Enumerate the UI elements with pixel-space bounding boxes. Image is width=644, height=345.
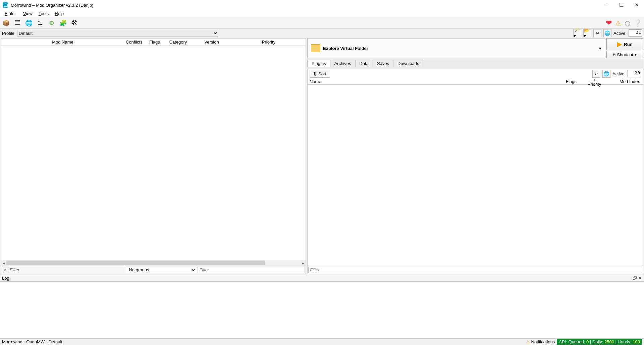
active-mods-count: 31: [629, 29, 642, 37]
profile-label: Profile: [2, 31, 14, 36]
shortcut-button[interactable]: ⎘ Shortcut ▾: [606, 51, 643, 58]
col-plugin-name[interactable]: Name: [308, 79, 566, 84]
col-mod-name[interactable]: Mod Name: [1, 39, 124, 45]
mod-list-panel: Mod Name Conflicts Flags Category Versio…: [1, 38, 306, 274]
log-title: Log: [2, 276, 9, 281]
menu-view[interactable]: View: [20, 10, 35, 17]
folder-icon: [311, 44, 320, 52]
tab-plugins[interactable]: Plugins: [307, 60, 330, 67]
sort-plugins-button[interactable]: ⇅ Sort: [310, 70, 330, 78]
executables-icon[interactable]: 🧩: [59, 19, 67, 27]
menu-file[interactable]: File: [2, 10, 20, 17]
configure-profiles-button[interactable]: 🪄▾: [573, 29, 581, 37]
col-priority[interactable]: Priority: [232, 39, 306, 45]
nexus-icon[interactable]: 🌐: [25, 19, 33, 27]
app-icon: [3, 2, 8, 8]
log-detach-button[interactable]: 🗗: [633, 276, 637, 281]
filter-groups-select[interactable]: No groups: [126, 267, 196, 273]
maximize-button[interactable]: ☐: [616, 0, 626, 10]
mod-filter-row: » Filter No groups: [1, 266, 306, 274]
mod-filter-input[interactable]: [198, 267, 305, 273]
tab-archives[interactable]: Archives: [330, 60, 356, 67]
col-conflicts[interactable]: Conflicts: [124, 39, 148, 45]
profile-row: Profile Default 🪄▾ 📂▾ ↩ 🌐 Active: 31: [0, 29, 644, 38]
log-body[interactable]: [0, 282, 644, 338]
update-icon[interactable]: ◍: [625, 19, 630, 27]
profile-select[interactable]: Default: [17, 30, 218, 37]
plugin-panel: ⇅ Sort ↩ 🌐 Active: 20 Name Flags ▵Priori…: [307, 69, 643, 274]
tools-icon[interactable]: 🛠: [70, 19, 78, 27]
mod-list-header: Mod Name Conflicts Flags Category Versio…: [1, 39, 306, 46]
status-left: Morrowind - OpenMW - Default: [2, 339, 62, 344]
col-category[interactable]: Category: [165, 39, 192, 45]
active-plugins-count: 20: [628, 70, 641, 77]
warnings-icon[interactable]: ⚠: [615, 19, 621, 27]
restore-backup-button[interactable]: ↩: [593, 29, 601, 37]
run-area: Explore Virtual Folder ▾ ▶Run ⎘ Shortcut…: [307, 38, 643, 58]
install-mod-icon[interactable]: 📦: [2, 19, 10, 27]
create-backup-button[interactable]: 🌐: [603, 29, 611, 37]
run-button[interactable]: ▶Run: [606, 38, 643, 50]
menu-tools[interactable]: Tools: [36, 10, 51, 17]
toolbar: 📦 🗔 🌐 🗂 ⚙ 🧩 🛠 ❤ ⚠ ◍ ❔: [0, 17, 644, 29]
browse-icon[interactable]: 🗔: [13, 19, 21, 27]
col-plugin-flags[interactable]: Flags: [566, 79, 583, 84]
col-version[interactable]: Version: [192, 39, 232, 45]
log-close-button[interactable]: ✕: [638, 276, 642, 281]
menu-help[interactable]: Help: [52, 10, 66, 17]
endorse-icon[interactable]: ❤: [606, 19, 612, 27]
tab-downloads[interactable]: Downloads: [393, 60, 423, 67]
tab-saves[interactable]: Saves: [373, 60, 393, 67]
plugin-filter-input[interactable]: [308, 267, 642, 273]
statusbar: Morrowind - OpenMW - Default ⚠Notificati…: [0, 338, 644, 345]
open-folder-button[interactable]: 📂▾: [583, 29, 591, 37]
col-plugin-modindex[interactable]: Mod Index: [606, 79, 643, 84]
window-title: Morrowind – Mod Organizer v2.3.2 (Danjb): [11, 3, 601, 8]
settings-gear-icon[interactable]: ⚙: [48, 19, 56, 27]
api-status: API: Queued: 0 | Daily: 2500 | Hourly: 1…: [557, 339, 642, 345]
minimize-button[interactable]: ─: [601, 0, 610, 10]
mod-list[interactable]: [1, 46, 306, 260]
active-plugins-label: Active:: [612, 71, 626, 76]
plugin-list[interactable]: [308, 85, 643, 266]
refresh-icon[interactable]: 🗂: [36, 19, 44, 27]
active-mods-label: Active:: [613, 31, 627, 36]
titlebar: Morrowind – Mod Organizer v2.3.2 (Danjb)…: [0, 0, 644, 10]
filter-expand-button[interactable]: »: [2, 267, 8, 273]
plugin-list-header: Name Flags ▵Priority Mod Index: [308, 79, 643, 85]
col-flags[interactable]: Flags: [148, 39, 165, 45]
mod-list-hscroll[interactable]: ◂▸: [1, 260, 306, 266]
notifications-button[interactable]: ⚠Notifications: [526, 339, 555, 344]
right-tabs: Plugins Archives Data Saves Downloads: [307, 60, 643, 67]
log-panel: Log 🗗 ✕: [0, 275, 644, 338]
close-button[interactable]: ✕: [632, 0, 641, 10]
help-icon[interactable]: ❔: [634, 19, 642, 27]
executable-name: Explore Virtual Folder: [323, 46, 368, 51]
tab-data[interactable]: Data: [355, 60, 373, 67]
menubar: File View Tools Help: [0, 10, 644, 17]
filter-label: Filter: [10, 267, 19, 272]
executable-select[interactable]: Explore Virtual Folder ▾: [307, 38, 605, 58]
